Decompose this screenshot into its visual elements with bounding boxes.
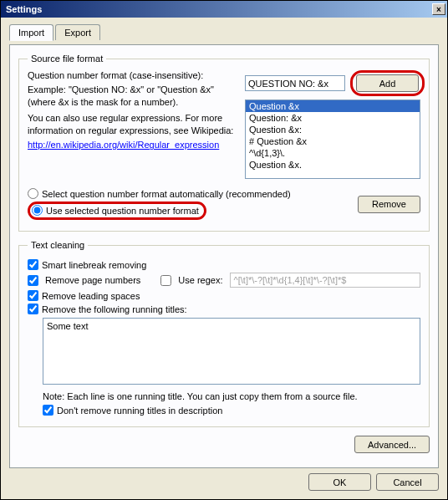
check-dont-remove-desc-row[interactable]: Don't remove running titles in descripti… [28, 405, 420, 416]
check-pages[interactable] [28, 275, 38, 286]
advanced-button[interactable]: Advanced... [354, 436, 430, 453]
close-button[interactable]: × [432, 3, 445, 15]
qformat-input[interactable] [245, 75, 345, 91]
check-pages-row[interactable]: Remove page numbers Use regex: ^[\t]*\-?… [28, 273, 420, 288]
check-smart-label: Smart linebreak removing [42, 260, 146, 270]
radio-selected[interactable] [32, 205, 43, 216]
check-use-regex[interactable] [160, 275, 171, 286]
list-item[interactable]: Question &x [246, 100, 420, 112]
titlebar: Settings × [1, 1, 447, 18]
tab-import[interactable]: Import [9, 24, 53, 41]
wiki-link[interactable]: http://en.wikipedia.org/wiki/Regular_exp… [28, 140, 237, 150]
client-area: Import Export Source file format Questio… [1, 18, 447, 499]
group-source-legend: Source file format [28, 54, 106, 64]
add-highlight: Add [350, 70, 425, 96]
use-regex-label: Use regex: [178, 275, 222, 285]
check-pages-label: Remove page numbers [45, 275, 140, 285]
check-running-label: Remove the following running titles: [42, 304, 187, 314]
check-dont-remove-desc[interactable] [43, 405, 53, 416]
radio-auto[interactable] [28, 188, 38, 199]
remove-button[interactable]: Remove [358, 196, 420, 213]
radio-auto-label: Select question number format automatica… [42, 189, 291, 199]
list-item[interactable]: Question &x: [246, 124, 420, 135]
list-item[interactable]: Question: &x [246, 112, 420, 124]
regex-ghost-field: ^[\t]*\-?[\t]*\d{1,4}[\t]*\-?[\t]*$ [230, 273, 420, 288]
tabs: Import Export [9, 24, 439, 40]
qformat-label: Question number format (case-insensitive… [28, 70, 237, 80]
dialog-buttons: OK Cancel [9, 473, 439, 491]
selected-highlight: Use selected question number format [28, 202, 206, 220]
help-regex: You can also use regular expressions. Fo… [28, 112, 237, 137]
running-textarea[interactable] [43, 318, 420, 385]
help-example: Example: "Question NO: &x" or "Question … [28, 84, 237, 109]
check-leading[interactable] [28, 290, 38, 301]
radio-selected-label: Use selected question number format [46, 206, 199, 216]
list-item[interactable]: # Question &x [246, 135, 420, 147]
check-smart[interactable] [28, 259, 38, 270]
window-title: Settings [6, 4, 432, 14]
add-button[interactable]: Add [356, 74, 419, 92]
radio-auto-row[interactable]: Select question number format automatica… [28, 188, 358, 199]
group-clean-legend: Text cleaning [28, 240, 88, 250]
list-item[interactable]: ^\d{1,3}\. [246, 147, 420, 159]
close-icon: × [436, 5, 441, 14]
check-dont-remove-desc-label: Don't remove running titles in descripti… [57, 406, 222, 416]
format-listbox[interactable]: Question &x Question: &x Question &x: # … [245, 99, 420, 179]
check-running-row[interactable]: Remove the following running titles: [28, 304, 420, 314]
list-item[interactable]: Question &x. [246, 159, 420, 171]
cancel-button[interactable]: Cancel [376, 473, 439, 491]
radio-selected-row[interactable]: Use selected question number format [28, 202, 358, 220]
tab-panel-import: Source file format Question number forma… [9, 44, 439, 468]
check-leading-label: Remove leading spaces [42, 291, 140, 301]
tab-export[interactable]: Export [55, 24, 100, 40]
check-leading-row[interactable]: Remove leading spaces [28, 290, 420, 301]
ok-button[interactable]: OK [308, 473, 371, 491]
running-note: Note: Each line is one running title. Yo… [28, 391, 420, 401]
group-text-cleaning: Text cleaning Smart linebreak removing R… [18, 240, 430, 427]
check-smart-row[interactable]: Smart linebreak removing [28, 259, 420, 270]
group-source-file-format: Source file format Question number forma… [18, 54, 430, 232]
check-running[interactable] [28, 304, 38, 314]
